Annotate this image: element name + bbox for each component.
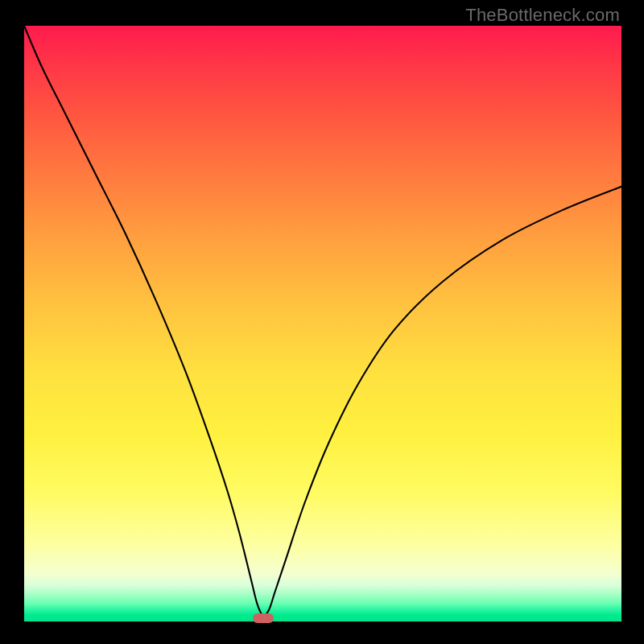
chart-container: TheBottleneck.com: [0, 0, 644, 644]
bottleneck-curve: [24, 26, 621, 616]
curve-svg: [24, 26, 621, 621]
watermark-text: TheBottleneck.com: [465, 5, 620, 26]
minimum-marker: [253, 613, 274, 623]
plot-area: [24, 26, 621, 621]
